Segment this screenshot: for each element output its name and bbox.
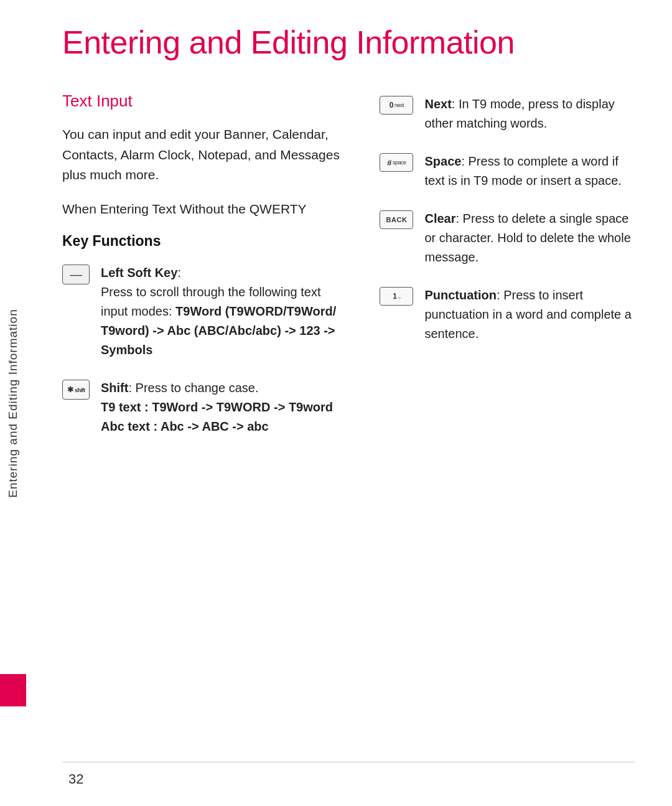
left-soft-key-title: Left Soft Key (101, 266, 177, 279)
key-item-punctuation: 1., Punctuation: Press to insert punctua… (380, 286, 635, 344)
left-column: Text Input You can input and edit your B… (62, 91, 342, 455)
next-key-icon: 0next (380, 96, 413, 115)
key-functions-heading: Key Functions (62, 233, 342, 250)
page-title: Entering and Editing Information (62, 25, 635, 60)
key-item-left-soft: — Left Soft Key: Press to scroll through… (62, 263, 342, 360)
left-soft-key-icon: — (62, 265, 90, 284)
next-key-title: Next (424, 97, 451, 111)
space-key-text: Space: Press to complete a word if text … (424, 152, 635, 190)
page-divider (62, 762, 635, 762)
key-item-space: #space Space: Press to complete a word i… (380, 152, 635, 190)
left-soft-key-text: Left Soft Key: Press to scroll through t… (101, 263, 342, 360)
clear-key-title: Clear (424, 212, 455, 225)
clear-key-text: Clear: Press to delete a single space or… (424, 209, 635, 267)
page-container: Entering and Editing Information Enterin… (0, 0, 672, 806)
intro-text: You can input and edit your Banner, Cale… (62, 124, 342, 185)
page-number: 32 (68, 771, 83, 787)
sidebar-label: Entering and Editing Information (6, 309, 20, 497)
sidebar-tab: Entering and Editing Information (0, 0, 26, 806)
key-item-shift: ✱ shift Shift: Press to change case. T9 … (62, 378, 342, 436)
shift-key-icon: ✱ shift (62, 380, 90, 400)
key-item-next: 0next Next: In T9 mode, press to display… (380, 95, 635, 133)
punctuation-key-text: Punctuation: Press to insert punctuation… (424, 286, 635, 344)
space-key-title: Space (424, 154, 461, 168)
shift-key-text: Shift: Press to change case. T9 text : T… (101, 378, 333, 436)
main-content: Entering and Editing Information Text In… (31, 0, 672, 806)
sidebar-accent (0, 674, 26, 706)
shift-key-title: Shift (101, 381, 128, 395)
section-title: Text Input (62, 91, 342, 111)
key-item-clear: BACK Clear: Press to delete a single spa… (380, 209, 635, 267)
punctuation-key-title: Punctuation (424, 288, 497, 302)
two-column-layout: Text Input You can input and edit your B… (62, 91, 635, 455)
clear-key-icon: BACK (380, 210, 413, 229)
punctuation-key-icon: 1., (380, 287, 413, 306)
next-key-text: Next: In T9 mode, press to display other… (424, 95, 635, 133)
right-column: 0next Next: In T9 mode, press to display… (380, 91, 635, 455)
space-key-icon: #space (380, 153, 413, 172)
entering-text: When Entering Text Without the QWERTY (62, 199, 342, 220)
